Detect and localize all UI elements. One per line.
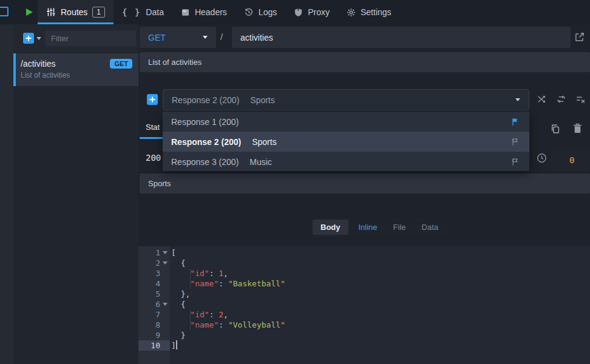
random-response-button[interactable] bbox=[537, 94, 547, 104]
default-response-flag-icon[interactable] bbox=[511, 118, 520, 126]
navbar-tabs: Routes 1 { } Data Headers Logs bbox=[38, 0, 400, 24]
headers-icon bbox=[181, 8, 190, 17]
start-server-button[interactable] bbox=[23, 6, 35, 18]
body-mode-inline[interactable]: Inline bbox=[351, 220, 385, 235]
method-select[interactable]: GET bbox=[140, 27, 216, 48]
filter-input[interactable] bbox=[45, 30, 136, 46]
tab-logs[interactable]: Logs bbox=[236, 0, 285, 24]
response-name: Response 2 (200) bbox=[171, 137, 241, 147]
tab-label: Routes bbox=[61, 7, 87, 17]
tab-data[interactable]: { } Data bbox=[114, 0, 172, 24]
copy-icon bbox=[550, 124, 560, 134]
open-route-in-browser-button[interactable] bbox=[574, 32, 585, 42]
response-name: Response 1 (200) bbox=[171, 117, 239, 127]
tab-label: Logs bbox=[259, 7, 277, 17]
add-response-button[interactable] bbox=[147, 94, 158, 105]
tab-label: Data bbox=[146, 7, 164, 17]
routes-icon bbox=[46, 7, 56, 17]
editor-line: 4 "name": "Basketball" bbox=[138, 278, 590, 289]
fold-caret-icon[interactable] bbox=[160, 303, 170, 306]
editor-line: 7 "id": 2, bbox=[138, 309, 590, 320]
chevron-down-icon bbox=[203, 36, 208, 39]
chevron-down-icon bbox=[515, 98, 520, 101]
tab-label: Settings bbox=[361, 7, 392, 17]
delete-response-button[interactable] bbox=[573, 123, 582, 133]
flag-outline-icon[interactable] bbox=[511, 138, 520, 146]
line-number: 3 bbox=[138, 268, 160, 278]
route-path-input[interactable] bbox=[232, 27, 571, 48]
tab-label: Headers bbox=[195, 7, 227, 17]
line-number: 2 bbox=[138, 258, 160, 268]
mock-api-app-window: Routes 1 { } Data Headers Logs bbox=[0, 0, 590, 364]
line-number: 8 bbox=[138, 320, 160, 330]
tab-headers[interactable]: Headers bbox=[172, 0, 236, 24]
trash-icon bbox=[573, 123, 582, 133]
tab-routes[interactable]: Routes 1 bbox=[38, 0, 114, 24]
body-mode-toggle: Body Inline File Data bbox=[311, 218, 448, 237]
add-route-button[interactable] bbox=[23, 33, 34, 44]
list-off-icon bbox=[575, 94, 586, 104]
add-route-menu-caret[interactable] bbox=[36, 37, 41, 40]
editor-line: 5 }, bbox=[138, 289, 590, 299]
navbar: Routes 1 { } Data Headers Logs bbox=[0, 0, 590, 24]
fold-caret-icon[interactable] bbox=[160, 251, 170, 254]
status-code-select[interactable]: 200 bbox=[146, 153, 161, 163]
route-list-item[interactable]: /activities GET List of activities bbox=[13, 53, 138, 86]
line-number: 4 bbox=[138, 278, 160, 289]
shield-icon bbox=[294, 8, 303, 17]
editor-line: 8 "name": "Volleyball" bbox=[138, 320, 590, 330]
response-name: Response 3 (200) bbox=[171, 157, 239, 167]
duplicate-response-button[interactable] bbox=[550, 124, 560, 134]
tab-proxy[interactable]: Proxy bbox=[285, 0, 338, 24]
body-mode-file[interactable]: File bbox=[385, 220, 414, 235]
response-mode-toggles bbox=[537, 94, 586, 104]
play-icon bbox=[24, 7, 34, 17]
line-number: 10 bbox=[138, 340, 160, 351]
editor-cursor bbox=[176, 340, 177, 349]
line-number: 1 bbox=[138, 248, 160, 258]
route-path: /activities bbox=[21, 59, 56, 69]
response-menu-item-2[interactable]: Response 2 (200) Sports bbox=[163, 132, 529, 152]
history-icon bbox=[244, 7, 254, 17]
tab-settings[interactable]: Settings bbox=[338, 0, 400, 24]
line-number: 7 bbox=[138, 309, 160, 320]
responses-dropdown-menu: Response 1 (200) Response 2 (200) Sports… bbox=[163, 112, 529, 171]
route-method-badge: GET bbox=[110, 59, 132, 69]
sequential-response-button[interactable] bbox=[556, 94, 566, 104]
tab-label: Proxy bbox=[308, 7, 330, 17]
plus-icon bbox=[149, 96, 156, 103]
route-documentation-input[interactable] bbox=[140, 52, 590, 72]
editor-line: 1 [ bbox=[138, 248, 590, 258]
indent-guide bbox=[190, 310, 191, 330]
response-select[interactable]: Response 2 (200) Sports bbox=[163, 89, 529, 110]
selected-response-name: Response 2 (200) bbox=[172, 95, 239, 105]
response-menu-item-1[interactable]: Response 1 (200) bbox=[163, 112, 529, 132]
line-number: 9 bbox=[138, 330, 160, 340]
fold-caret-icon[interactable] bbox=[160, 261, 170, 265]
response-menu-item-3[interactable]: Response 3 (200) Music bbox=[163, 152, 529, 172]
routes-count-badge: 1 bbox=[92, 7, 105, 18]
indent-guide bbox=[190, 269, 191, 289]
chevron-down-icon bbox=[36, 37, 41, 40]
body-editor[interactable]: 1 [ 2 { 3 "id": 1, 4 "name": "Basketball… bbox=[138, 248, 590, 351]
environments-rail bbox=[0, 24, 13, 364]
latency-clock-icon bbox=[537, 153, 547, 163]
flag-outline-icon[interactable] bbox=[511, 158, 520, 166]
external-link-icon bbox=[574, 32, 585, 42]
body-mode-data[interactable]: Data bbox=[414, 220, 446, 235]
method-value: GET bbox=[148, 33, 166, 42]
editor-line: 6 { bbox=[138, 299, 590, 309]
route-description: List of activities bbox=[21, 71, 132, 79]
braces-icon: { } bbox=[122, 7, 141, 17]
line-number: 5 bbox=[138, 289, 160, 299]
status-body-tab[interactable]: Stat bbox=[146, 123, 160, 132]
repeat-icon bbox=[556, 94, 566, 104]
environment-icon[interactable] bbox=[0, 7, 8, 16]
editor-line-active: 10 ] bbox=[138, 340, 590, 351]
response-label-input[interactable] bbox=[140, 174, 590, 194]
response-latency-input[interactable] bbox=[551, 149, 590, 171]
disable-rules-button[interactable] bbox=[575, 94, 586, 104]
gear-icon bbox=[347, 8, 356, 17]
editor-line: 2 { bbox=[138, 258, 590, 268]
response-label: Sports bbox=[252, 137, 276, 147]
